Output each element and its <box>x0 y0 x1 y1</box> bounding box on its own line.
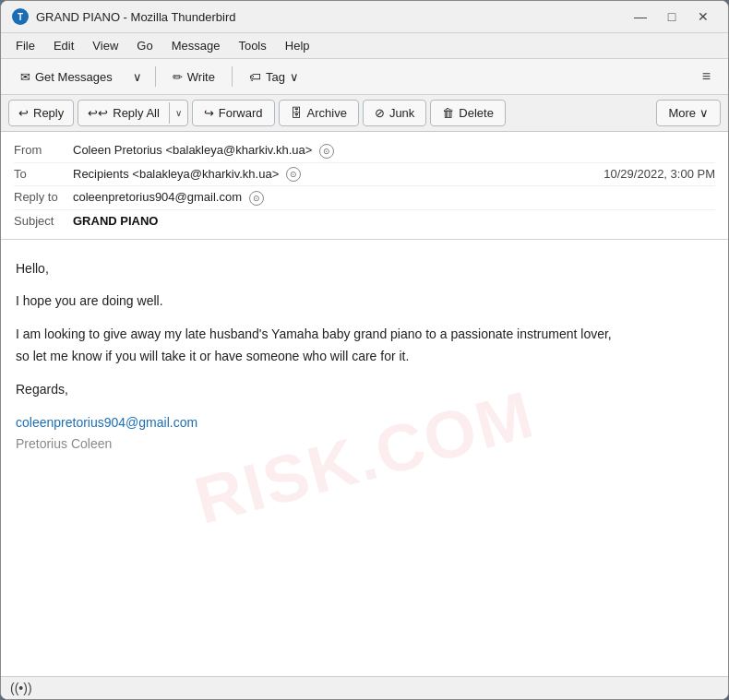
get-messages-icon: ✉ <box>20 70 30 84</box>
menu-view[interactable]: View <box>85 36 125 55</box>
delete-icon: 🗑 <box>442 106 454 120</box>
reply-to-email: coleenpretorius904@gmail.com <box>73 190 242 204</box>
write-button[interactable]: ✏ Write <box>162 65 225 89</box>
email-body: RISK.COM Hello, I hope you are doing wel… <box>1 240 728 676</box>
to-contact-icon[interactable]: ⊙ <box>286 167 301 182</box>
toolbar-separator <box>155 66 156 87</box>
toolbar-separator-2 <box>232 66 233 87</box>
reply-all-icon: ↩↩ <box>88 106 108 120</box>
greeting: Hello, <box>16 258 713 280</box>
tag-dropdown-icon: ∨ <box>290 70 299 84</box>
title-bar-controls: — □ ✕ <box>627 6 717 27</box>
junk-icon: ⊘ <box>375 106 385 120</box>
menu-message[interactable]: Message <box>164 36 228 55</box>
tag-icon: 🏷 <box>249 70 261 84</box>
hamburger-menu-button[interactable]: ≡ <box>694 64 719 89</box>
close-button[interactable]: ✕ <box>689 6 717 27</box>
more-label: More <box>668 106 696 120</box>
from-row: From Coleen Pretorius <balakleya@kharkiv… <box>14 139 715 163</box>
title-bar-left: T GRAND PIANO - Mozilla Thunderbird <box>12 8 236 25</box>
archive-button[interactable]: 🗄 Archive <box>279 100 359 126</box>
from-email: <balakleya@kharkiv.kh.ua> <box>165 143 312 157</box>
app-icon: T <box>12 8 29 25</box>
reply-all-dropdown[interactable]: ∨ <box>169 102 187 124</box>
subject-row: Subject GRAND PIANO <box>14 210 715 231</box>
from-name: Coleen Pretorius <box>73 143 162 157</box>
to-recipients: Recipients <balakleya@kharkiv.kh.ua> <box>73 167 279 181</box>
reply-to-value: coleenpretorius904@gmail.com ⊙ <box>73 190 715 206</box>
reply-split-button: ↩ Reply <box>8 100 74 126</box>
body-line1: I hope you are doing well. <box>16 291 713 313</box>
signature-name: Pretorius Coleen <box>16 436 112 451</box>
menu-edit[interactable]: Edit <box>46 36 81 55</box>
reply-to-contact-icon[interactable]: ⊙ <box>249 191 264 206</box>
more-button[interactable]: More ∨ <box>656 100 721 126</box>
reply-to-row: Reply to coleenpretorius904@gmail.com ⊙ <box>14 186 715 210</box>
subject-value: GRAND PIANO <box>73 214 715 228</box>
minimize-button[interactable]: — <box>627 6 654 27</box>
get-messages-dropdown[interactable]: ∨ <box>126 65 149 89</box>
forward-button[interactable]: ↪ Forward <box>192 100 275 126</box>
tag-label: Tag <box>266 70 285 84</box>
toolbar: ✉ Get Messages ∨ ✏ Write 🏷 Tag ∨ ≡ <box>1 59 728 95</box>
menu-tools[interactable]: Tools <box>231 36 273 55</box>
menu-go[interactable]: Go <box>129 36 160 55</box>
reply-icon: ↩ <box>18 106 29 120</box>
delete-button[interactable]: 🗑 Delete <box>430 100 506 126</box>
body-text-3: so let me know if you will take it or ha… <box>16 349 409 363</box>
reply-all-label: Reply All <box>113 106 160 120</box>
to-row: To Recipients <balakleya@kharkiv.kh.ua> … <box>14 163 715 187</box>
chevron-down-icon: ∨ <box>133 70 142 84</box>
write-icon: ✏ <box>173 70 183 84</box>
reply-all-button[interactable]: ↩↩ Reply All <box>78 101 169 125</box>
tag-button[interactable]: 🏷 Tag ∨ <box>239 65 309 89</box>
reply-to-label: Reply to <box>14 190 73 204</box>
from-label: From <box>14 143 73 157</box>
body-text-2: I am looking to give away my late husban… <box>16 326 612 341</box>
connection-status-icon: ((•)) <box>10 681 32 695</box>
forward-icon: ↪ <box>204 106 214 120</box>
body-line2: I am looking to give away my late husban… <box>16 324 713 368</box>
chevron-down-icon-2: ∨ <box>175 108 182 118</box>
title-bar: T GRAND PIANO - Mozilla Thunderbird — □ … <box>1 1 728 33</box>
forward-label: Forward <box>219 106 263 120</box>
subject-label: Subject <box>14 214 73 228</box>
archive-icon: 🗄 <box>291 106 303 120</box>
junk-button[interactable]: ⊘ Junk <box>363 100 426 126</box>
email-header: From Coleen Pretorius <balakleya@kharkiv… <box>1 132 728 240</box>
app-icon-letter: T <box>18 12 23 22</box>
menu-bar: File Edit View Go Message Tools Help <box>1 33 728 59</box>
window-title: GRAND PIANO - Mozilla Thunderbird <box>36 10 236 24</box>
from-value: Coleen Pretorius <balakleya@kharkiv.kh.u… <box>73 143 715 159</box>
menu-file[interactable]: File <box>8 36 42 55</box>
from-contact-icon[interactable]: ⊙ <box>319 144 334 159</box>
junk-label: Junk <box>389 106 414 120</box>
to-value: Recipients <balakleya@kharkiv.kh.ua> ⊙ <box>73 167 604 183</box>
maximize-button[interactable]: □ <box>658 6 686 27</box>
write-label: Write <box>187 70 215 84</box>
regards: Regards, <box>16 379 713 401</box>
to-label: To <box>14 167 73 181</box>
more-dropdown-icon: ∨ <box>699 106 709 120</box>
action-bar: ↩ Reply ↩↩ Reply All ∨ ↪ Forward 🗄 Archi… <box>1 95 728 132</box>
reply-label: Reply <box>33 106 64 120</box>
signature-email-link[interactable]: coleenpretorius904@gmail.com <box>16 415 197 430</box>
get-messages-button[interactable]: ✉ Get Messages <box>10 65 123 89</box>
email-date: 10/29/2022, 3:00 PM <box>604 167 715 181</box>
status-bar: ((•)) <box>1 676 728 699</box>
get-messages-label: Get Messages <box>35 70 113 84</box>
archive-label: Archive <box>307 106 347 120</box>
main-window: T GRAND PIANO - Mozilla Thunderbird — □ … <box>0 0 729 700</box>
delete-label: Delete <box>459 106 494 120</box>
menu-help[interactable]: Help <box>278 36 317 55</box>
reply-all-split-button: ↩↩ Reply All ∨ <box>78 100 188 126</box>
signature: coleenpretorius904@gmail.com Pretorius C… <box>16 412 713 457</box>
reply-button[interactable]: ↩ Reply <box>9 101 73 125</box>
